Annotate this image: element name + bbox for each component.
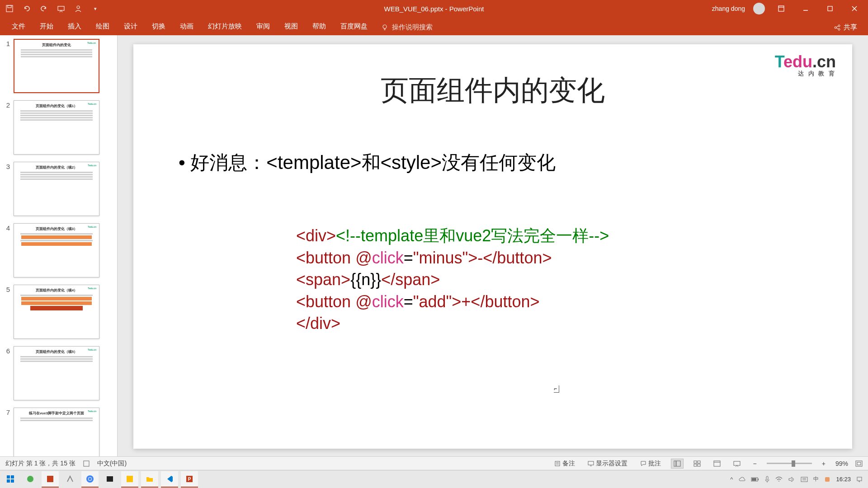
thumb-5[interactable]: Tedu.cn 页面组件内的变化（续4）: [14, 285, 99, 339]
sorter-view-icon[interactable]: [691, 459, 703, 469]
undo-icon[interactable]: [23, 5, 31, 13]
thumb-1[interactable]: Tedu.cn 页面组件内的变化: [14, 39, 99, 93]
svg-rect-22: [588, 461, 594, 465]
slide-bullet[interactable]: • 好消息：<template>和<style>没有任何变化: [179, 150, 825, 175]
thumb-number: 5: [2, 285, 10, 339]
slideshow-view-icon[interactable]: [731, 459, 743, 469]
brand-logo: Tedu.cn 达 内 教 育: [775, 52, 836, 78]
code-block[interactable]: <div><!--template里和vue2写法完全一样--> <button…: [296, 225, 825, 335]
close-icon[interactable]: [846, 0, 863, 17]
tray-wifi-icon[interactable]: [775, 476, 783, 483]
ribbon-display-icon[interactable]: [773, 0, 789, 17]
tray-cloud-icon[interactable]: [738, 476, 745, 483]
normal-view-icon[interactable]: [671, 459, 684, 469]
task-app-1[interactable]: [22, 471, 39, 488]
start-button[interactable]: [2, 471, 19, 488]
comment-icon: [640, 460, 646, 467]
tab-animation[interactable]: 动画: [173, 18, 201, 35]
svg-rect-33: [856, 461, 862, 466]
svg-rect-49: [758, 479, 759, 480]
task-app-4[interactable]: [121, 471, 138, 488]
slide-thumbnail-panel[interactable]: 1 Tedu.cn 页面组件内的变化 2 Tedu.cn 页面组件内的变化（续1…: [0, 35, 118, 456]
tray-ime-icon[interactable]: [801, 476, 808, 483]
thumb-6-row: 6 Tedu.cn 页面组件内的变化（续5）: [2, 346, 115, 400]
tray-volume-icon[interactable]: [788, 476, 795, 483]
tab-review[interactable]: 审阅: [249, 18, 277, 35]
tab-view[interactable]: 视图: [277, 18, 305, 35]
tab-transition[interactable]: 切换: [145, 18, 173, 35]
tab-draw[interactable]: 绘图: [89, 18, 117, 35]
zoom-slider[interactable]: [767, 463, 812, 464]
svg-rect-29: [698, 464, 700, 466]
tab-baidu[interactable]: 百度网盘: [333, 18, 375, 35]
task-app-2[interactable]: [42, 471, 59, 488]
tray-lang-icon[interactable]: 中: [813, 475, 819, 483]
thumb-6[interactable]: Tedu.cn 页面组件内的变化（续5）: [14, 346, 99, 400]
svg-rect-36: [11, 475, 14, 479]
autosave-icon[interactable]: [5, 5, 14, 13]
tab-file[interactable]: 文件: [5, 18, 33, 35]
tab-help[interactable]: 帮助: [305, 18, 333, 35]
lightbulb-icon: [381, 24, 388, 31]
thumb-7[interactable]: Tedu.cn 练习在vue3脚手架中定义两个页面: [14, 408, 99, 456]
slide-title[interactable]: 页面组件内的变化: [160, 71, 825, 109]
fit-window-icon[interactable]: [855, 460, 863, 467]
tab-slideshow[interactable]: 幻灯片放映: [201, 18, 249, 35]
notes-icon: [554, 460, 561, 467]
share-button[interactable]: 共享: [834, 23, 857, 35]
task-terminal[interactable]: [101, 471, 118, 488]
titlebar-right: zhang dong: [712, 0, 868, 17]
user-icon[interactable]: [74, 5, 82, 13]
svg-text:P: P: [188, 477, 191, 482]
comments-button[interactable]: 批注: [637, 460, 664, 468]
display-settings-button[interactable]: 显示器设置: [585, 460, 630, 468]
task-app-3[interactable]: [61, 471, 79, 488]
tray-mic-icon[interactable]: [764, 476, 770, 483]
zoom-level[interactable]: 99%: [835, 460, 848, 467]
thumb-2[interactable]: Tedu.cn 页面组件内的变化（续1）: [14, 100, 99, 155]
svg-rect-28: [694, 464, 697, 466]
minimize-icon[interactable]: [797, 0, 814, 17]
reading-view-icon[interactable]: [711, 459, 723, 469]
clock[interactable]: 16:23: [836, 476, 851, 483]
svg-rect-18: [84, 461, 89, 466]
redo-icon[interactable]: [40, 5, 48, 13]
spellcheck-icon[interactable]: [83, 460, 90, 467]
tell-me-search[interactable]: 操作说明搜索: [375, 23, 439, 35]
task-chrome[interactable]: [81, 471, 99, 488]
zoom-in-icon[interactable]: +: [819, 460, 828, 467]
svg-rect-51: [766, 476, 768, 480]
share-icon: [834, 24, 841, 31]
tab-insert[interactable]: 插入: [61, 18, 89, 35]
svg-rect-0: [6, 5, 13, 12]
tray-app-icon[interactable]: [824, 476, 830, 483]
slideshow-start-icon[interactable]: [57, 5, 65, 13]
slide-canvas[interactable]: Tedu.cn 达 内 教 育 页面组件内的变化 • 好消息：<template…: [133, 44, 852, 449]
task-vscode[interactable]: [161, 471, 178, 488]
tray-notifications-icon[interactable]: [856, 476, 863, 483]
task-powerpoint[interactable]: P: [181, 471, 198, 488]
thumb-4[interactable]: Tedu.cn 页面组件内的变化（续3）: [14, 223, 99, 277]
tab-home[interactable]: 开始: [33, 18, 61, 35]
svg-point-10: [383, 25, 387, 28]
thumb-number: 3: [2, 162, 10, 216]
tray-battery-icon[interactable]: [751, 477, 759, 482]
notes-button[interactable]: 备注: [552, 460, 578, 468]
user-name[interactable]: zhang dong: [712, 5, 745, 12]
language-indicator[interactable]: 中文(中国): [97, 460, 127, 468]
slide-canvas-wrap[interactable]: Tedu.cn 达 内 教 育 页面组件内的变化 • 好消息：<template…: [118, 35, 868, 456]
avatar[interactable]: [753, 3, 765, 14]
tray-expand-icon[interactable]: ^: [730, 476, 733, 483]
svg-rect-55: [825, 477, 830, 482]
thumb-number: 6: [2, 346, 10, 400]
task-explorer[interactable]: [141, 471, 158, 488]
ribbon: 文件 开始 插入 绘图 设计 切换 动画 幻灯片放映 审阅 视图 帮助 百度网盘…: [0, 17, 868, 35]
thumb-3[interactable]: Tedu.cn 页面组件内的变化（续2）: [14, 162, 99, 216]
svg-rect-56: [857, 477, 862, 481]
tab-design[interactable]: 设计: [117, 18, 145, 35]
qat-more-icon[interactable]: ▾: [91, 5, 99, 13]
window-title: WEB_VUE_06.pptx - PowerPoint: [384, 5, 484, 13]
maximize-icon[interactable]: [822, 0, 838, 17]
zoom-out-icon[interactable]: −: [750, 460, 760, 467]
slide-counter[interactable]: 幻灯片 第 1 张，共 15 张: [5, 460, 75, 468]
